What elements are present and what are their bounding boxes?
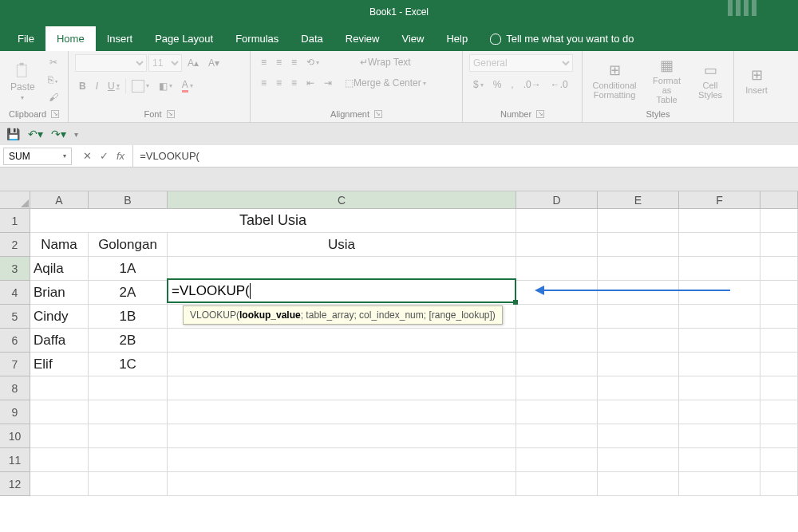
cell-B12[interactable] <box>89 472 168 496</box>
border-button[interactable] <box>128 77 153 95</box>
increase-decimal-button[interactable]: .0→ <box>519 77 545 93</box>
cell-A5[interactable]: Cindy <box>30 305 89 329</box>
cell-A6[interactable]: Daffa <box>30 329 89 353</box>
cell-A2[interactable]: Nama <box>30 233 89 257</box>
cell-G4[interactable] <box>760 281 798 305</box>
cell-F11[interactable] <box>679 448 760 472</box>
cell-E12[interactable] <box>598 472 679 496</box>
cell-E9[interactable] <box>598 400 679 424</box>
row-head-9[interactable]: 9 <box>0 400 30 424</box>
cell-G6[interactable] <box>760 329 798 353</box>
cell-D5[interactable] <box>516 305 598 329</box>
cell-C9[interactable] <box>168 400 516 424</box>
row-head-10[interactable]: 10 <box>0 424 30 448</box>
select-all-corner[interactable] <box>0 191 30 209</box>
align-middle-button[interactable]: ≡ <box>272 54 286 70</box>
cell-title-merged[interactable]: Tabel Usia <box>30 209 516 233</box>
cell-E4[interactable] <box>598 281 679 305</box>
col-head-D[interactable]: D <box>516 191 598 209</box>
tab-data[interactable]: Data <box>290 26 334 51</box>
cell-C3[interactable] <box>168 257 516 281</box>
formula-input[interactable] <box>132 145 798 167</box>
cell-A12[interactable] <box>30 472 89 496</box>
cell-D7[interactable] <box>516 353 598 376</box>
cell-E11[interactable] <box>598 448 679 472</box>
cell-A11[interactable] <box>30 448 89 472</box>
cell-D4[interactable] <box>516 281 598 305</box>
cell-B5[interactable]: 1B <box>89 305 168 329</box>
cell-B8[interactable] <box>89 376 168 400</box>
number-launcher[interactable]: ↘ <box>536 110 544 118</box>
cell-C12[interactable] <box>168 472 516 496</box>
cell-F5[interactable] <box>679 305 760 329</box>
qat-customize[interactable]: ▾ <box>74 130 78 139</box>
cell-B11[interactable] <box>89 448 168 472</box>
cell-D11[interactable] <box>516 448 598 472</box>
row-head-1[interactable]: 1 <box>0 209 30 233</box>
format-painter-button[interactable]: 🖌 <box>44 89 63 105</box>
percent-button[interactable]: % <box>489 77 506 93</box>
cell-G8[interactable] <box>760 376 798 400</box>
underline-button[interactable]: U <box>104 78 124 94</box>
cell-E6[interactable] <box>598 329 679 353</box>
align-right-button[interactable]: ≡ <box>287 75 301 91</box>
row-head-5[interactable]: 5 <box>0 305 30 329</box>
cell-G2[interactable] <box>760 233 798 257</box>
tab-review[interactable]: Review <box>334 26 391 51</box>
cell-B6[interactable]: 2B <box>89 329 168 353</box>
cell-C4[interactable] <box>168 281 516 305</box>
row-head-6[interactable]: 6 <box>0 329 30 353</box>
tell-me-box[interactable]: Tell me what you want to do <box>479 26 645 51</box>
fx-button[interactable]: fx <box>117 150 124 162</box>
cell-B2[interactable]: Golongan <box>89 233 168 257</box>
cell-E5[interactable] <box>598 305 679 329</box>
redo-button[interactable]: ↷▾ <box>51 128 66 140</box>
cell-C8[interactable] <box>168 376 516 400</box>
cell-A3[interactable]: Aqila <box>30 257 89 281</box>
decrease-decimal-button[interactable]: ←.0 <box>547 77 572 93</box>
cell-G1[interactable] <box>760 209 798 233</box>
cell-A8[interactable] <box>30 376 89 400</box>
merge-center-button[interactable]: ⬚ Merge & Center <box>341 75 430 91</box>
cell-E8[interactable] <box>598 376 679 400</box>
cell-D10[interactable] <box>516 424 598 448</box>
save-button[interactable]: 💾 <box>6 128 20 140</box>
increase-font-button[interactable]: A▴ <box>184 55 203 71</box>
font-launcher[interactable]: ↘ <box>167 110 175 118</box>
cell-F10[interactable] <box>679 424 760 448</box>
cell-A10[interactable] <box>30 424 89 448</box>
cancel-formula-button[interactable]: ✕ <box>83 150 92 162</box>
cell-G11[interactable] <box>760 448 798 472</box>
tooltip-active-arg[interactable]: lookup_value <box>239 309 301 321</box>
clipboard-launcher[interactable]: ↘ <box>51 110 59 118</box>
format-as-table-button[interactable]: ▦Format as Table <box>645 54 689 107</box>
cell-F12[interactable] <box>679 472 760 496</box>
row-head-4[interactable]: 4 <box>0 281 30 305</box>
cell-D9[interactable] <box>516 400 598 424</box>
cell-G7[interactable] <box>760 353 798 376</box>
cell-styles-button[interactable]: ▭Cell Styles <box>693 54 727 107</box>
cell-C10[interactable] <box>168 424 516 448</box>
cell-A7[interactable]: Elif <box>30 353 89 376</box>
italic-button[interactable]: I <box>92 78 102 94</box>
cell-F7[interactable] <box>679 353 760 376</box>
cell-E7[interactable] <box>598 353 679 376</box>
insert-cells-button[interactable]: ⊞Insert <box>741 54 772 107</box>
cell-D2[interactable] <box>516 233 598 257</box>
orientation-button[interactable]: ⟲ <box>302 54 323 70</box>
cell-F2[interactable] <box>679 233 760 257</box>
align-left-button[interactable]: ≡ <box>257 75 271 91</box>
cell-D3[interactable] <box>516 257 598 281</box>
col-head-F[interactable]: F <box>679 191 760 209</box>
col-head-overflow[interactable] <box>760 191 798 209</box>
name-box[interactable]: SUM ▾ <box>3 148 72 165</box>
tab-insert[interactable]: Insert <box>96 26 144 51</box>
cell-G5[interactable] <box>760 305 798 329</box>
cell-F3[interactable] <box>679 257 760 281</box>
cell-C11[interactable] <box>168 448 516 472</box>
cell-C7[interactable] <box>168 353 516 376</box>
cell-F4[interactable] <box>679 281 760 305</box>
cell-F1[interactable] <box>679 209 760 233</box>
cell-B9[interactable] <box>89 400 168 424</box>
cell-G12[interactable] <box>760 472 798 496</box>
